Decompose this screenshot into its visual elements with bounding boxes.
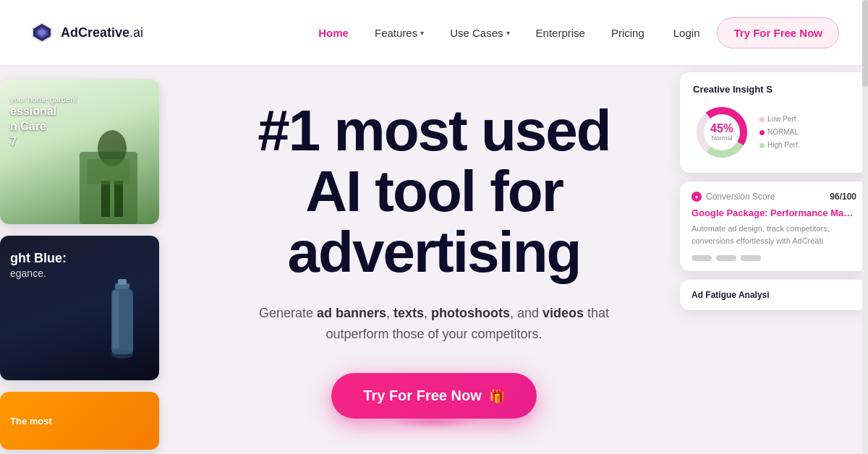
ad-fatigue-widget: Ad Fatigue Analysi: [680, 280, 868, 310]
conv-dot-1: [692, 255, 712, 261]
svg-rect-13: [118, 279, 127, 285]
fatigue-title: Ad Fatigue Analysi: [692, 290, 856, 300]
conv-score-label: Conversion Score: [706, 192, 825, 202]
chevron-icon: ▾: [420, 29, 424, 37]
gift-icon: 🎁: [489, 388, 505, 404]
scrollbar[interactable]: [862, 0, 868, 454]
logo-icon: [29, 20, 55, 46]
login-button[interactable]: Login: [673, 27, 700, 39]
legend-dot-low: [760, 117, 765, 122]
navbar: AdCreative.ai Home Features ▾ Use Cases …: [0, 0, 868, 65]
nav-enterprise[interactable]: Enterprise: [536, 27, 585, 39]
nav-pricing[interactable]: Pricing: [611, 27, 644, 39]
nav-actions: Login Try For Free Now: [673, 17, 839, 48]
donut-sublabel: Normal: [710, 134, 733, 142]
conv-dot-3: [741, 255, 761, 261]
ad-card-perfume-text: ght Blue: egance.: [10, 250, 67, 280]
left-ad-cards: your home garden! essional n Care 7 ght …: [0, 80, 159, 454]
insight-title: Creative Insight S: [693, 84, 855, 95]
svg-rect-8: [87, 159, 130, 184]
conversion-widget: ● Conversion Score 96/100 Google Package…: [680, 181, 868, 271]
try-hero-label: Try For Free Now: [363, 387, 481, 404]
conversion-score-row: ● Conversion Score 96/100: [692, 192, 856, 202]
try-free-hero-button[interactable]: Try For Free Now 🎁: [331, 373, 536, 419]
svg-rect-11: [113, 291, 119, 348]
nav-use-cases[interactable]: Use Cases ▾: [450, 27, 509, 39]
legend-dot-high: [760, 143, 765, 148]
conv-description: Automate ad design, track competitors, c…: [692, 223, 856, 247]
perfume-illustration: [97, 269, 148, 373]
logo[interactable]: AdCreative.ai: [29, 20, 143, 46]
donut-center: 45% Normal: [710, 123, 733, 142]
svg-point-12: [111, 350, 133, 359]
donut-chart: 45% Normal: [693, 103, 751, 161]
ad-card-perfume: ght Blue: egance.: [0, 236, 159, 380]
ad-card-orange-text: The most: [10, 416, 52, 427]
conv-package: Google Package: Performance Max A: [692, 207, 856, 218]
right-widgets: Creative Insight S 45% Normal: [680, 72, 868, 310]
conv-score-value: 96/100: [830, 192, 856, 202]
conv-dots: [692, 255, 856, 261]
svg-rect-7: [114, 181, 123, 217]
donut-legend: Low Perf. NORMAL High Perf.: [760, 113, 799, 152]
svg-rect-6: [101, 181, 110, 217]
legend-item-high: High Perf.: [760, 139, 799, 152]
chevron-icon: ▾: [506, 29, 510, 37]
try-free-nav-button[interactable]: Try For Free Now: [717, 17, 839, 48]
conv-dot-2: [716, 255, 736, 261]
hero-title: #1 most used AI tool for advertising: [188, 100, 680, 283]
ad-card-orange: The most: [0, 392, 159, 450]
legend-item-low: Low Perf.: [760, 113, 799, 126]
creative-insight-widget: Creative Insight S 45% Normal: [680, 72, 868, 173]
hero-subtitle: Generate ad banners, texts, photoshoots,…: [188, 303, 680, 345]
hero-section: your home garden! essional n Care 7 ght …: [0, 65, 868, 454]
donut-wrapper: 45% Normal Low Perf. NORMAL H: [693, 103, 855, 161]
hero-content: #1 most used AI tool for advertising Gen…: [174, 100, 694, 419]
legend-dot-normal: [760, 130, 765, 135]
nav-links: Home Features ▾ Use Cases ▾ Enterprise P…: [318, 27, 644, 39]
ad-card-garden: your home garden! essional n Care 7: [0, 80, 159, 224]
logo-wordmark: AdCreative.ai: [61, 25, 143, 40]
nav-home[interactable]: Home: [318, 27, 349, 39]
garden-illustration: [65, 108, 159, 224]
nav-features[interactable]: Features ▾: [375, 27, 424, 39]
legend-item-normal: NORMAL: [760, 126, 799, 139]
donut-percent: 45%: [710, 123, 733, 134]
scrollbar-thumb[interactable]: [862, 0, 868, 87]
